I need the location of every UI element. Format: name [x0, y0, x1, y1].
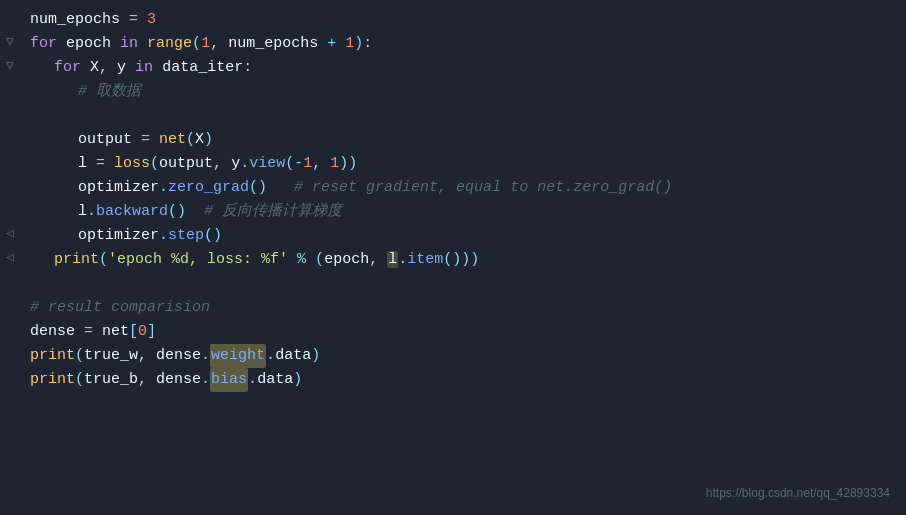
watermark: https://blog.csdn.net/qq_42893334 [706, 484, 890, 503]
code-line-9: l.backward() # 反向传播计算梯度 [0, 200, 906, 224]
token: for [30, 32, 57, 56]
code-line-8: optimizer.zero_grad() # reset gradient, … [0, 176, 906, 200]
code-line-11: ◁ print('epoch %d, loss: %f' % (epoch, l… [0, 248, 906, 272]
code-line-15: print(true_w, dense.weight.data) [0, 344, 906, 368]
code-line-3: ▽ for X, y in data_iter: [0, 56, 906, 80]
fold-icon: ◁ [6, 224, 14, 245]
token [138, 8, 147, 32]
token: 3 [147, 8, 156, 32]
code-line-2: ▽ for epoch in range(1, num_epochs + 1): [0, 32, 906, 56]
code-line-6: output = net(X) [0, 128, 906, 152]
token: num_epochs [30, 8, 120, 32]
fold-icon: ▽ [6, 32, 14, 53]
code-line-12 [0, 272, 906, 296]
code-line-4: # 取数据 [0, 80, 906, 104]
fold-icon: ◁ [6, 248, 14, 269]
code-line-1: num_epochs = 3 [0, 8, 906, 32]
token: = [129, 8, 138, 32]
code-line-5 [0, 104, 906, 128]
code-line-14: dense = net[0] [0, 320, 906, 344]
code-line-13: # result comparision [0, 296, 906, 320]
code-line-10: ◁ optimizer.step() [0, 224, 906, 248]
code-line-16: print(true_b, dense.bias.data) [0, 368, 906, 392]
fold-icon: ▽ [6, 56, 14, 77]
token [120, 8, 129, 32]
code-editor: num_epochs = 3 ▽ for epoch in range(1, n… [0, 0, 906, 515]
code-line-7: l = loss(output, y.view(-1, 1)) [0, 152, 906, 176]
